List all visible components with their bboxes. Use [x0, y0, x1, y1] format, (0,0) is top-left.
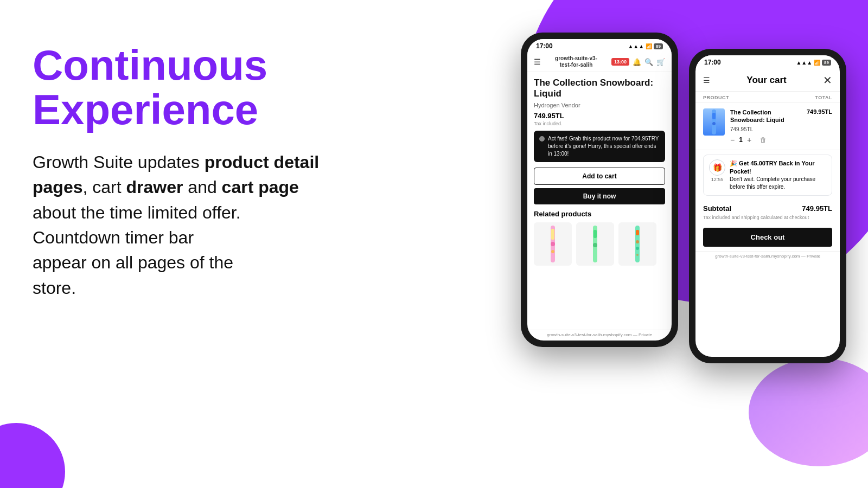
phone1-status-icons: ▲▲▲ 📶 89 — [628, 43, 663, 49]
battery-indicator-2: 89 — [822, 60, 831, 66]
wifi-icon: 📶 — [646, 43, 652, 49]
svg-rect-1 — [551, 229, 554, 240]
bg-circle-small — [0, 423, 65, 488]
cart-tax-note: Tax included and shipping calculated at … — [695, 215, 840, 224]
store-name: growth-suite-v3-test-for-salih — [544, 55, 608, 68]
signal-icon-2: ▲▲▲ — [796, 60, 812, 66]
phone2-status-bar: 17:00 ▲▲▲ 📶 89 — [695, 55, 840, 68]
cart-icon: 🛒 — [656, 58, 665, 66]
title-line2: Experience — [33, 86, 258, 133]
urgency-banner: Act fast! Grab this product now for 704.… — [534, 131, 665, 162]
cart-item-row: The Collection Snowboard: Liquid 749.95T… — [695, 103, 840, 150]
cart-header: ☰ Your cart ✕ — [695, 68, 840, 92]
snowboard-img-2 — [576, 222, 614, 266]
phone1-product-content: The Collection Snowboard: Liquid Hydroge… — [527, 72, 672, 330]
cart-item-price-sub: 749.95TL — [730, 126, 801, 132]
phone-cart: 17:00 ▲▲▲ 📶 89 ☰ Your cart ✕ PRODUCT TOT… — [689, 49, 846, 363]
phone2-url: growth-suite-v3-test-for-salih.myshopify… — [695, 251, 840, 262]
desc-p7: store. — [33, 278, 76, 298]
checkout-button[interactable]: Check out — [703, 228, 832, 247]
product-price: 749.95TL — [534, 112, 665, 120]
phones-container: 17:00 ▲▲▲ 📶 89 ☰ growth-suite-v3-test-fo… — [521, 33, 846, 363]
cashback-banner: 🎁 12:55 🎉 Get 45.00TRY Back in Your Pock… — [703, 155, 832, 196]
cart-subtotal-row: Subtotal 749.95TL — [695, 200, 840, 215]
cashback-timer: 12:55 — [711, 177, 724, 182]
urgency-text: Act fast! Grab this product now for 704.… — [548, 135, 660, 158]
hero-description: Growth Suite updates product detail page… — [33, 150, 369, 300]
subtotal-label: Subtotal — [703, 204, 731, 213]
phone-cart-screen: 17:00 ▲▲▲ 📶 89 ☰ Your cart ✕ PRODUCT TOT… — [695, 55, 840, 357]
desc-p6: appear on all pages of the — [33, 253, 233, 272]
desc-b3: cart page — [222, 177, 299, 197]
vendor-name: Hydrogen Vendor — [534, 102, 665, 108]
related-products-title: Related products — [534, 210, 665, 218]
product-thumb-2 — [576, 222, 614, 266]
phone2-status-icons: ▲▲▲ 📶 89 — [796, 60, 831, 66]
qty-value: 1 — [739, 136, 743, 144]
phone1-status-bar: 17:00 ▲▲▲ 📶 89 — [527, 39, 672, 52]
add-to-cart-button[interactable]: Add to cart — [534, 168, 665, 185]
phone2-time: 17:00 — [704, 59, 721, 66]
hero-text-section: Continuous Experience Growth Suite updat… — [33, 43, 369, 300]
cart-table-header: PRODUCT TOTAL — [695, 92, 840, 103]
snowboard-img-3 — [618, 222, 656, 266]
qty-increase[interactable]: + — [747, 136, 751, 144]
title-line1: Continuous — [33, 41, 267, 89]
cashback-icon: 🎁 — [709, 159, 725, 176]
svg-rect-13 — [712, 113, 716, 119]
search-icon: 🔍 — [644, 58, 653, 66]
close-icon[interactable]: ✕ — [823, 74, 832, 87]
product-thumb-1 — [534, 222, 572, 266]
bg-gradient-blob — [749, 358, 868, 466]
signal-icon: ▲▲▲ — [628, 43, 644, 49]
cart-title: Your cart — [746, 75, 786, 86]
desc-b2: drawer — [126, 177, 183, 197]
tax-note: Tax included. — [534, 121, 665, 126]
hamburger-icon-2: ☰ — [703, 76, 710, 85]
svg-point-2 — [551, 242, 555, 246]
col-total: TOTAL — [815, 95, 832, 100]
phone1-time: 17:00 — [536, 42, 553, 50]
desc-p1: Growth Suite updates — [33, 152, 200, 172]
urgency-dot — [539, 136, 545, 142]
hero-title: Continuous Experience — [33, 43, 369, 132]
svg-point-9 — [636, 240, 639, 243]
svg-point-3 — [551, 250, 554, 253]
cashback-title: 🎉 Get 45.00TRY Back in Your Pocket! — [730, 159, 826, 176]
svg-rect-8 — [636, 230, 639, 235]
snowboard-img-1 — [534, 222, 572, 266]
desc-p4: about the time limited offer. — [33, 203, 241, 222]
phone-product: 17:00 ▲▲▲ 📶 89 ☰ growth-suite-v3-test-fo… — [521, 33, 678, 347]
cart-qty-row: − 1 + 🗑 — [730, 136, 801, 144]
cashback-body: Don't wait. Complete your purchase befor… — [730, 176, 826, 191]
delete-icon[interactable]: 🗑 — [760, 136, 767, 144]
qty-decrease[interactable]: − — [730, 136, 735, 144]
desc-p5: Countdown timer bar — [33, 228, 194, 247]
timer-badge: 13:00 — [611, 58, 629, 66]
cart-item-details: The Collection Snowboard: Liquid 749.95T… — [730, 108, 801, 144]
desc-p3: and — [183, 177, 221, 197]
phone1-nav: ☰ growth-suite-v3-test-for-salih 13:00 🔔… — [527, 52, 672, 72]
related-products-grid — [534, 222, 665, 266]
product-thumb-3 — [618, 222, 656, 266]
svg-point-10 — [636, 247, 639, 250]
cashback-text: 🎉 Get 45.00TRY Back in Your Pocket! Don'… — [730, 159, 826, 191]
product-title: The Collection Snowboard: Liquid — [534, 78, 665, 100]
cart-item-total: 749.95TL — [807, 108, 832, 115]
buy-now-button[interactable]: Buy it now — [534, 188, 665, 204]
desc-p2: , cart — [82, 177, 121, 197]
svg-point-14 — [712, 122, 716, 125]
bell-icon: 🔔 — [633, 58, 641, 66]
phone1-url: growth-suite-v3-test-for-salih.myshopify… — [527, 330, 672, 341]
svg-rect-5 — [593, 230, 597, 238]
wifi-icon-2: 📶 — [814, 60, 820, 66]
col-product: PRODUCT — [703, 95, 729, 100]
cart-item-name: The Collection Snowboard: Liquid — [730, 108, 801, 124]
battery-indicator: 89 — [654, 43, 663, 49]
cart-item-image — [703, 108, 725, 136]
phone-product-screen: 17:00 ▲▲▲ 📶 89 ☰ growth-suite-v3-test-fo… — [527, 39, 672, 341]
svg-point-6 — [593, 243, 597, 247]
subtotal-value: 749.95TL — [802, 204, 832, 213]
svg-point-11 — [636, 254, 639, 256]
hamburger-icon: ☰ — [534, 57, 541, 66]
